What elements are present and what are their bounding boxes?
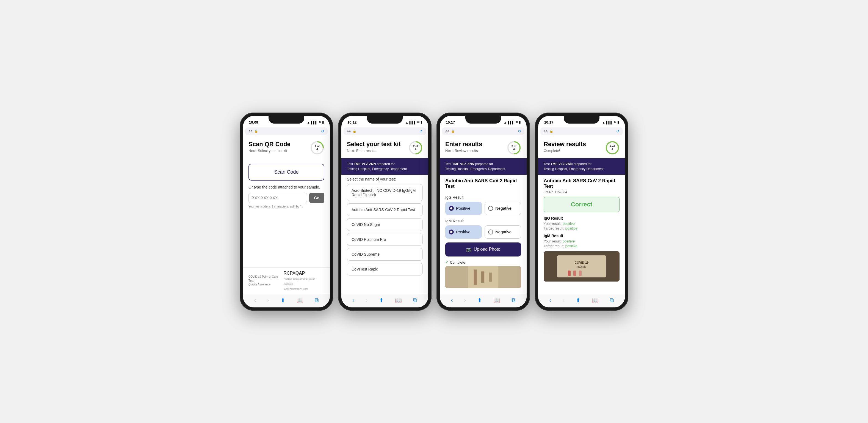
forward-nav-icon-3[interactable]: › — [464, 297, 466, 303]
bookmarks-nav-icon-4[interactable]: 📖 — [592, 297, 599, 304]
upload-photo-button[interactable]: 📷 Upload Photo — [445, 243, 521, 256]
share-nav-icon[interactable]: ⬆ — [281, 297, 285, 304]
status-icons-4: ▲ ▌▌▌ ≋ ▮ — [602, 120, 619, 124]
banner-prefix-2: Test — [347, 162, 354, 166]
page-header-4: Review results Complete! 4 of4 — [538, 136, 625, 158]
igm-negative-radio — [488, 229, 493, 234]
test-item-3[interactable]: CoVID Platinum Pro — [347, 233, 423, 246]
igg-positive-btn[interactable]: Positive — [445, 202, 482, 215]
igm-negative-btn[interactable]: Negative — [485, 225, 521, 238]
phone-1: 10:09 ▲ ▌▌▌ ≋ ▮ AA 🔒 ↺ — [240, 113, 333, 311]
notch-3 — [465, 116, 501, 123]
igm-negative-label: Negative — [495, 229, 512, 234]
back-nav-icon-4[interactable]: ‹ — [550, 297, 551, 303]
review-content: Autobio Anti-SARS-CoV-2 Rapid Test Lot N… — [538, 175, 625, 285]
share-nav-icon-3[interactable]: ⬆ — [477, 297, 482, 304]
page-subtitle-4: Complete! — [544, 149, 586, 153]
page-header-1: Scan QR Code Next: Select your test kit … — [243, 136, 330, 158]
refresh-icon-3[interactable]: ↺ — [518, 129, 521, 134]
step-indicator-2: 2 of4 — [408, 141, 423, 155]
results-content: Autobio Anti-SARS-CoV-2 Rapid Test IgG R… — [440, 175, 527, 291]
test-item-2[interactable]: CoVID No Sugar — [347, 218, 423, 231]
phone-3: 10:17 ▲ ▌▌▌ ≋ ▮ AA 🔒 ↺ Enter result — [436, 113, 530, 311]
signal-icon-2: ▌▌▌ — [409, 121, 416, 124]
test-list: Select the name of your test: Acro Biote… — [341, 175, 428, 280]
igm-label: IgM Result — [445, 219, 521, 223]
refresh-icon[interactable]: ↺ — [321, 129, 324, 134]
share-nav-icon-4[interactable]: ⬆ — [576, 297, 581, 304]
back-nav-icon-3[interactable]: ‹ — [451, 297, 453, 303]
banner-prefix-4: Test — [544, 162, 551, 166]
bookmarks-nav-icon[interactable]: 📖 — [297, 297, 304, 304]
lock-icon-4: 🔒 — [550, 129, 553, 133]
igm-review-title: IgM Result — [544, 234, 620, 238]
tabs-nav-icon[interactable]: ⧉ — [315, 297, 318, 303]
step-indicator-4: 4 of4 — [605, 141, 620, 155]
code-input-row: Go — [248, 193, 324, 203]
igg-negative-radio — [488, 206, 493, 211]
logo-text-line1: COVID-19 Point of Care Test — [248, 275, 278, 282]
content-2: Select your test kit Next: Enter results… — [341, 136, 428, 294]
forward-nav-icon-4[interactable]: › — [563, 297, 564, 303]
step-text-2: 2 of4 — [413, 145, 418, 151]
banner-hospital-4: Testing Hospital, Emergency Department. — [544, 167, 604, 171]
content-1: Scan QR Code Next: Select your test kit … — [243, 136, 330, 294]
test-item-1[interactable]: Autobio Anti-SARS-CoV-2 Rapid Test — [347, 203, 423, 216]
igm-positive-radio — [449, 229, 454, 234]
tabs-nav-icon-4[interactable]: ⧉ — [610, 297, 614, 303]
igm-positive-label: Positive — [456, 229, 470, 234]
browser-bar-4: AA 🔒 ↺ — [540, 128, 623, 135]
svg-rect-18 — [574, 271, 576, 276]
scan-code-button[interactable]: Scan Code — [248, 164, 324, 180]
battery-icon-3: ▮ — [519, 120, 521, 124]
go-button[interactable]: Go — [309, 193, 324, 203]
bottom-nav-4: ‹ › ⬆ 📖 ⧉ — [538, 294, 625, 307]
test-item-5[interactable]: CoVITest Rapid — [347, 263, 423, 276]
page-header-2: Select your test kit Next: Enter results… — [341, 136, 428, 158]
banner-middle-2: prepared for — [376, 162, 395, 166]
igm-your-result: Your result: positive — [544, 239, 620, 243]
igg-negative-btn[interactable]: Negative — [485, 202, 521, 215]
test-item-4[interactable]: CoVID Supreme — [347, 248, 423, 261]
back-nav-icon[interactable]: ‹ — [254, 297, 256, 303]
refresh-icon-4[interactable]: ↺ — [616, 129, 620, 134]
check-icon: ✓ — [445, 260, 448, 264]
igg-your-result: Your result: positive — [544, 222, 620, 226]
forward-nav-icon-2[interactable]: › — [366, 297, 368, 303]
photo-preview-img — [445, 266, 521, 288]
time-3: 10:17 — [446, 120, 455, 124]
tabs-nav-icon-3[interactable]: ⧉ — [512, 297, 515, 303]
forward-nav-icon[interactable]: › — [268, 297, 269, 303]
qap-text: QAP — [296, 271, 305, 276]
purple-banner-2: Test TMF-VLZ-ZNN prepared for Testing Ho… — [341, 158, 428, 175]
browser-bar-2: AA 🔒 ↺ — [344, 128, 426, 135]
logo-text-line2: Quality Assurance — [248, 283, 271, 286]
code-input[interactable] — [248, 193, 307, 203]
back-nav-icon-2[interactable]: ‹ — [353, 297, 354, 303]
location-icon-4: ▲ — [602, 121, 605, 124]
bottom-nav-1: ‹ › ⬆ 📖 ⧉ — [243, 294, 330, 307]
refresh-icon-2[interactable]: ↺ — [420, 129, 423, 134]
share-nav-icon-2[interactable]: ⬆ — [379, 297, 384, 304]
test-item-0[interactable]: Acro Biotech. INC COVID-19 IgG/IgM Rapid… — [347, 184, 423, 201]
scan-section: Scan Code Or type the code attached to y… — [243, 158, 330, 267]
page-title-4: Review results — [544, 141, 586, 148]
igm-target-value: positive — [565, 244, 578, 248]
aa-label-3: AA — [445, 130, 450, 133]
bookmarks-nav-icon-3[interactable]: 📖 — [493, 297, 500, 304]
upload-photo-label: Upload Photo — [474, 247, 500, 252]
banner-code-2: TMF-VLZ-ZNN — [354, 162, 376, 166]
rcpa-logo: RCPAQAP The Royal College of Pathologist… — [283, 271, 324, 291]
igm-result-group: IgM Result Positive Negative — [445, 219, 521, 238]
svg-rect-19 — [579, 271, 582, 276]
notch-2 — [367, 116, 403, 123]
banner-prefix-3: Test — [445, 162, 452, 166]
banner-hospital-2: Testing Hospital, Emergency Department. — [347, 167, 408, 171]
igm-positive-btn[interactable]: Positive — [445, 225, 482, 238]
step-text-4: 4 of4 — [610, 145, 615, 151]
tabs-nav-icon-2[interactable]: ⧉ — [413, 297, 417, 303]
svg-rect-17 — [568, 271, 570, 276]
igg-options: Positive Negative — [445, 202, 521, 215]
browser-bar-3: AA 🔒 ↺ — [442, 128, 524, 135]
bookmarks-nav-icon-2[interactable]: 📖 — [395, 297, 402, 304]
